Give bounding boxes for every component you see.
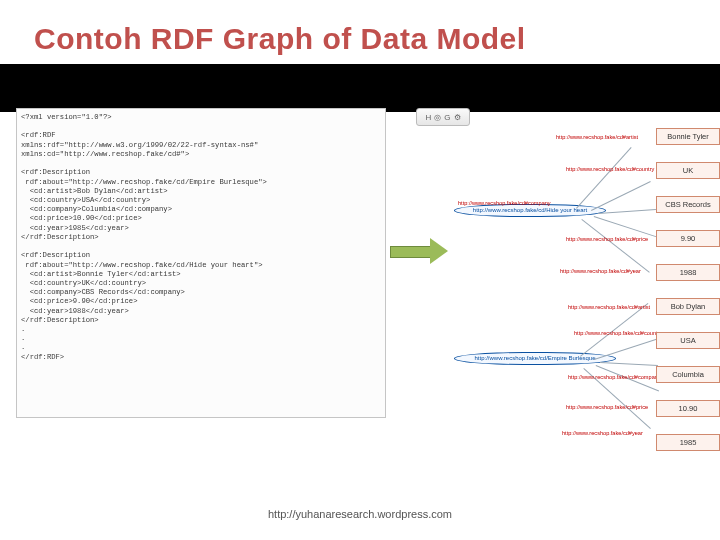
rdf-xml-code: <?xml version="1.0"?> <rdf:RDF xmlns:rdf… <box>16 108 386 418</box>
edge-artist-1: http://www.recshop.fake/cd#artist <box>556 134 638 140</box>
rdf-graph: http://www.recshop.fake/cd/Hide your hea… <box>416 116 710 492</box>
slide: Contoh RDF Graph of Data Model <?xml ver… <box>0 0 720 540</box>
slide-title: Contoh RDF Graph of Data Model <box>0 0 720 64</box>
leaf-columbia: Columbia <box>656 366 720 383</box>
divider-bar <box>0 64 720 112</box>
leaf-990: 9.90 <box>656 230 720 247</box>
edge-company-1: http://www.recshop.fake/cd#company <box>458 200 551 206</box>
edge-country-2: http://www.recshop.fake/cd#country <box>574 330 662 336</box>
slide-body: <?xml version="1.0"?> <rdf:RDF xmlns:rdf… <box>16 108 710 492</box>
leaf-1090: 10.90 <box>656 400 720 417</box>
edge-year-2: http://www.recshop.fake/cd#year <box>562 430 643 436</box>
leaf-bonnie: Bonnie Tyler <box>656 128 720 145</box>
footer-url: http://yuhanaresearch.wordpress.com <box>0 508 720 520</box>
edge-price-2: http://www.recshop.fake/cd#price <box>566 404 648 410</box>
edge-year-1: http://www.recshop.fake/cd#year <box>560 268 641 274</box>
edge-company-2: http://www.recshop.fake/cd#company <box>568 374 661 380</box>
edge-artist-2: http://www.recshop.fake/cd#artist <box>568 304 650 310</box>
node-empire-burlesque: http://www.recshop.fake/cd/Empire Burles… <box>454 352 616 365</box>
leaf-dylan: Bob Dylan <box>656 298 720 315</box>
edge-country-1: http://www.recshop.fake/cd#country <box>566 166 654 172</box>
leaf-usa: USA <box>656 332 720 349</box>
leaf-uk: UK <box>656 162 720 179</box>
edge-price-1: http://www.recshop.fake/cd#price <box>566 236 648 242</box>
leaf-1988: 1988 <box>656 264 720 281</box>
leaf-cbs: CBS Records <box>656 196 720 213</box>
leaf-1985: 1985 <box>656 434 720 451</box>
